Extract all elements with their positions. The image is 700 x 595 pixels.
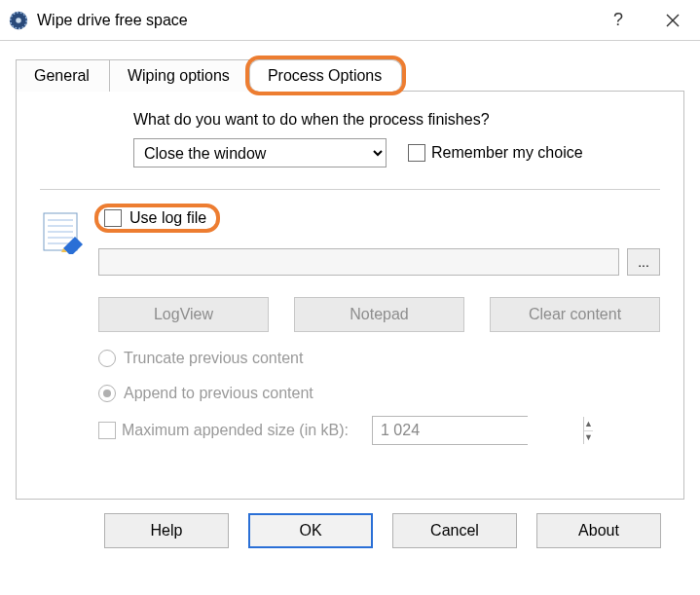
notepad-button[interactable]: Notepad	[294, 297, 464, 332]
app-icon	[8, 10, 29, 31]
max-size-input[interactable]	[373, 417, 583, 444]
max-size-checkbox[interactable]: Maximum appended size (in kB):	[98, 422, 349, 439]
radio-icon	[98, 385, 116, 402]
ok-button[interactable]: OK	[248, 513, 373, 548]
close-titlebar-button[interactable]	[645, 0, 700, 41]
append-radio[interactable]: Append to previous content	[98, 385, 660, 402]
checkbox-icon	[104, 209, 122, 227]
browse-log-button[interactable]: ...	[627, 248, 660, 276]
separator	[40, 189, 660, 190]
svg-point-2	[16, 18, 21, 23]
about-button[interactable]: About	[536, 513, 661, 548]
window-title: Wipe drive free space	[37, 12, 591, 29]
tab-bar: General Wiping options Process Options	[16, 55, 684, 92]
process-options-panel: What do you want to do when the process …	[16, 91, 684, 500]
max-size-spinner[interactable]: ▲ ▼	[372, 416, 528, 445]
help-button[interactable]: Help	[104, 513, 229, 548]
spin-down-button[interactable]: ▼	[584, 431, 593, 445]
log-path-input[interactable]	[98, 248, 619, 276]
append-radio-label: Append to previous content	[124, 385, 313, 402]
dialog-footer: Help OK Cancel About	[16, 513, 684, 548]
help-titlebar-button[interactable]: ?	[591, 0, 645, 41]
max-size-label: Maximum appended size (in kB):	[122, 422, 349, 439]
checkbox-icon	[98, 422, 116, 439]
tab-process-options[interactable]: Process Options	[249, 59, 402, 92]
log-section-icon	[40, 207, 98, 258]
finish-question-label: What do you want to do when the process …	[133, 111, 660, 129]
close-icon	[666, 14, 680, 27]
remember-choice-checkbox[interactable]: Remember my choice	[408, 144, 583, 162]
spin-up-button[interactable]: ▲	[584, 417, 593, 431]
checkbox-icon	[408, 144, 425, 162]
use-log-file-checkbox[interactable]: Use log file	[98, 207, 216, 229]
finish-action-select[interactable]: Close the window	[133, 138, 387, 167]
use-log-file-label: Use log file	[129, 209, 206, 227]
truncate-radio-label: Truncate previous content	[124, 350, 303, 367]
titlebar: Wipe drive free space ?	[0, 0, 700, 41]
remember-choice-label: Remember my choice	[431, 144, 583, 162]
truncate-radio[interactable]: Truncate previous content	[98, 350, 660, 367]
tab-wiping-options[interactable]: Wiping options	[109, 59, 250, 92]
radio-icon	[98, 350, 116, 367]
tab-general[interactable]: General	[16, 59, 110, 92]
clear-content-button[interactable]: Clear content	[490, 297, 660, 332]
logview-button[interactable]: LogView	[98, 297, 269, 332]
cancel-button[interactable]: Cancel	[392, 513, 517, 548]
